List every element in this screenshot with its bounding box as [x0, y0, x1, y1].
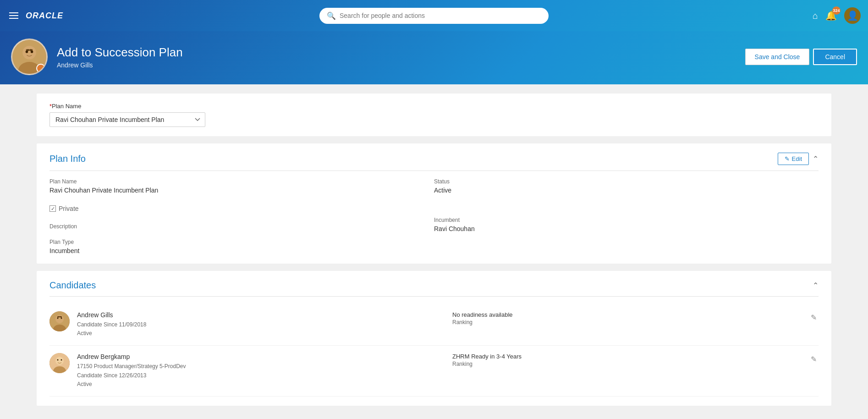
- status-group: Status Active: [434, 178, 819, 194]
- status-value: Active: [434, 187, 819, 194]
- plan-info-card: Plan Info ✎ Edit ⌃ Plan Name Ravi Chouha…: [37, 143, 831, 264]
- svg-point-11: [61, 318, 62, 319]
- navbar-right: ⌂ 🔔 324 👤: [813, 7, 861, 24]
- candidate-detail: Candidate Since 11/09/2018 Active: [77, 320, 443, 338]
- header-title-group: Add to Succession Plan Andrew Gills: [57, 45, 183, 69]
- private-checkbox: ✓ Private: [49, 201, 434, 216]
- save-and-close-button[interactable]: Save and Close: [745, 49, 810, 65]
- svg-rect-13: [60, 316, 62, 318]
- search-box: 🔍: [319, 8, 549, 24]
- plan-name-info-value: Ravi Chouhan Private Incumbent Plan: [49, 187, 434, 194]
- candidate-right-bergkamp: ZHRM Ready in 3-4 Years Ranking: [443, 353, 819, 367]
- candidate-edit-pencil[interactable]: ✎: [809, 311, 819, 324]
- candidate-name: Andrew Gills: [77, 311, 443, 319]
- candidate-avatar-bergkamp: [49, 353, 70, 373]
- candidates-card: Candidates ⌃ Andrew Gills: [37, 271, 831, 406]
- checkbox-checked-icon: ✓: [49, 205, 56, 212]
- candidate-info-bergkamp: Andrew Bergkamp 17150 Product Manager/St…: [77, 353, 443, 389]
- notification-badge: 324: [832, 6, 841, 15]
- user-avatar-nav[interactable]: 👤: [844, 7, 861, 24]
- candidate-ranking: Ranking: [452, 361, 819, 367]
- header-left: Add to Succession Plan Andrew Gills: [11, 39, 183, 75]
- plan-name-label: *Plan Name: [49, 103, 819, 110]
- plan-info-header: Plan Info ✎ Edit ⌃: [49, 153, 819, 171]
- candidate-readiness: ZHRM Ready in 3-4 Years: [452, 353, 819, 360]
- description-label: Description: [49, 223, 434, 230]
- plan-name-info-label: Plan Name: [49, 178, 434, 185]
- edit-label: Edit: [792, 155, 802, 162]
- svg-rect-12: [57, 316, 60, 318]
- oracle-logo: ORACLE: [26, 11, 63, 21]
- plan-name-info-group: Plan Name Ravi Chouhan Private Incumbent…: [49, 178, 434, 194]
- svg-point-15: [55, 357, 64, 365]
- search-icon: 🔍: [327, 11, 336, 20]
- cancel-button[interactable]: Cancel: [813, 49, 857, 65]
- navbar-left: ORACLE: [7, 11, 63, 21]
- svg-point-10: [57, 318, 59, 319]
- candidate-name: Andrew Bergkamp: [77, 353, 443, 360]
- svg-point-1: [22, 46, 36, 60]
- page-subtitle: Andrew Gills: [57, 61, 183, 69]
- search-input[interactable]: [340, 12, 541, 19]
- candidates-title: Candidates: [49, 280, 96, 291]
- candidates-collapse-icon[interactable]: ⌃: [813, 281, 819, 290]
- main-content: *Plan Name Ravi Chouhan Private Incumben…: [0, 84, 868, 419]
- page-header: Add to Succession Plan Andrew Gills Save…: [0, 31, 868, 84]
- plan-name-card: *Plan Name Ravi Chouhan Private Incumben…: [37, 94, 831, 136]
- notifications-icon[interactable]: 🔔 324: [825, 10, 837, 21]
- header-actions: Save and Close Cancel: [745, 49, 857, 65]
- plan-info-title: Plan Info: [49, 154, 86, 164]
- search-container: 🔍: [319, 8, 549, 24]
- candidates-header: Candidates ⌃: [49, 280, 819, 297]
- private-label: Private: [59, 205, 79, 212]
- candidate-right-andrew: No readiness available Ranking: [443, 311, 819, 325]
- pencil-icon: ✎: [785, 155, 790, 162]
- candidate-row: Andrew Gills Candidate Since 11/09/2018 …: [49, 304, 819, 346]
- candidate-ranking: Ranking: [452, 319, 819, 325]
- incumbent-value: Ravi Chouhan: [434, 225, 819, 232]
- svg-point-18: [61, 359, 62, 361]
- candidate-info-andrew: Andrew Gills Candidate Since 11/09/2018 …: [77, 311, 443, 338]
- candidate-readiness: No readiness available: [452, 311, 819, 318]
- menu-button[interactable]: [7, 11, 20, 21]
- plan-name-select[interactable]: Ravi Chouhan Private Incumbent Plan: [49, 112, 205, 127]
- plan-name-field-label: Plan Name: [52, 103, 81, 110]
- svg-point-8: [55, 315, 64, 323]
- incumbent-group: Incumbent Ravi Chouhan: [434, 217, 819, 254]
- description-group: Description: [49, 223, 434, 232]
- plan-info-grid: Plan Name Ravi Chouhan Private Incumbent…: [49, 178, 819, 254]
- plan-type-label: Plan Type: [49, 239, 434, 245]
- collapse-icon[interactable]: ⌃: [813, 154, 819, 163]
- navbar: ORACLE 🔍 ⌂ 🔔 324 👤: [0, 0, 868, 31]
- candidates-header-actions: ⌃: [813, 281, 819, 290]
- candidate-detail: 17150 Product Manager/Strategy 5-ProdDev…: [77, 362, 443, 389]
- candidate-edit-pencil[interactable]: ✎: [809, 353, 819, 365]
- incumbent-label: Incumbent: [434, 217, 819, 223]
- candidate-row: Andrew Bergkamp 17150 Product Manager/St…: [49, 346, 819, 397]
- avatar-badge: [36, 64, 45, 73]
- edit-button[interactable]: ✎ Edit: [778, 153, 809, 165]
- plan-type-value: Incumbent: [49, 247, 434, 254]
- svg-point-17: [57, 359, 59, 361]
- plan-type-group: Plan Type Incumbent: [49, 239, 434, 254]
- status-label: Status: [434, 178, 819, 185]
- page-title: Add to Succession Plan: [57, 45, 183, 60]
- plan-info-actions: ✎ Edit ⌃: [778, 153, 819, 165]
- candidate-avatar-andrew: [49, 311, 70, 331]
- avatar: [11, 39, 48, 75]
- home-icon[interactable]: ⌂: [813, 11, 818, 21]
- private-group: ✓ Private: [49, 201, 434, 216]
